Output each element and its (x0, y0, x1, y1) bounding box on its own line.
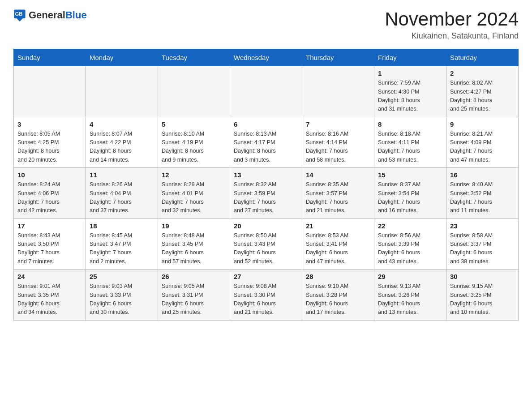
day-info: Sunrise: 8:24 AMSunset: 4:06 PMDaylight:… (17, 180, 82, 215)
svg-text:GB: GB (15, 11, 23, 17)
calendar-cell: 14Sunrise: 8:35 AMSunset: 3:57 PMDayligh… (302, 168, 374, 219)
day-info: Sunrise: 7:59 AMSunset: 4:30 PMDaylight:… (378, 79, 442, 114)
calendar-table: SundayMondayTuesdayWednesdayThursdayFrid… (13, 49, 519, 321)
calendar-cell: 27Sunrise: 9:08 AMSunset: 3:30 PMDayligh… (230, 270, 302, 321)
day-info: Sunrise: 9:05 AMSunset: 3:31 PMDaylight:… (162, 282, 226, 317)
day-info: Sunrise: 9:03 AMSunset: 3:33 PMDaylight:… (90, 282, 154, 317)
calendar-cell: 15Sunrise: 8:37 AMSunset: 3:54 PMDayligh… (374, 168, 446, 219)
day-info: Sunrise: 8:05 AMSunset: 4:25 PMDaylight:… (17, 130, 82, 165)
day-number: 6 (234, 120, 298, 128)
day-number: 29 (378, 273, 442, 280)
calendar-cell: 30Sunrise: 9:15 AMSunset: 3:25 PMDayligh… (446, 270, 519, 321)
calendar-cell (86, 66, 158, 117)
day-number: 18 (90, 222, 154, 230)
month-title: November 2024 (385, 9, 519, 30)
calendar-cell: 17Sunrise: 8:43 AMSunset: 3:50 PMDayligh… (14, 218, 86, 270)
logo-icon: GB (13, 9, 26, 21)
day-number: 21 (306, 222, 370, 230)
day-number: 1 (378, 69, 442, 77)
day-number: 30 (450, 273, 515, 280)
day-number: 20 (234, 222, 298, 230)
day-number: 2 (450, 69, 515, 77)
day-number: 10 (17, 171, 82, 179)
calendar-cell: 18Sunrise: 8:45 AMSunset: 3:47 PMDayligh… (86, 218, 158, 270)
day-info: Sunrise: 8:21 AMSunset: 4:09 PMDaylight:… (450, 130, 515, 165)
day-info: Sunrise: 8:10 AMSunset: 4:19 PMDaylight:… (162, 130, 226, 165)
page-header: GB GeneralBlue November 2024 Kiukainen, … (13, 9, 519, 41)
calendar-cell: 6Sunrise: 8:13 AMSunset: 4:17 PMDaylight… (230, 117, 302, 168)
calendar-cell: 11Sunrise: 8:26 AMSunset: 4:04 PMDayligh… (86, 168, 158, 219)
week-row-1: 1Sunrise: 7:59 AMSunset: 4:30 PMDaylight… (14, 66, 519, 117)
calendar-cell: 4Sunrise: 8:07 AMSunset: 4:22 PMDaylight… (86, 117, 158, 168)
day-number: 22 (378, 222, 442, 230)
day-number: 26 (162, 273, 226, 280)
day-info: Sunrise: 8:40 AMSunset: 3:52 PMDaylight:… (450, 180, 515, 215)
day-info: Sunrise: 8:58 AMSunset: 3:37 PMDaylight:… (450, 231, 515, 266)
calendar-cell: 29Sunrise: 9:13 AMSunset: 3:26 PMDayligh… (374, 270, 446, 321)
location-subtitle: Kiukainen, Satakunta, Finland (385, 31, 519, 41)
calendar-cell: 3Sunrise: 8:05 AMSunset: 4:25 PMDaylight… (14, 117, 86, 168)
calendar-cell (158, 66, 230, 117)
weekday-wednesday: Wednesday (230, 49, 302, 66)
day-number: 24 (17, 273, 82, 280)
calendar-cell: 13Sunrise: 8:32 AMSunset: 3:59 PMDayligh… (230, 168, 302, 219)
day-info: Sunrise: 8:18 AMSunset: 4:11 PMDaylight:… (378, 130, 442, 165)
calendar-cell: 24Sunrise: 9:01 AMSunset: 3:35 PMDayligh… (14, 270, 86, 321)
day-info: Sunrise: 9:13 AMSunset: 3:26 PMDaylight:… (378, 282, 442, 317)
day-info: Sunrise: 8:26 AMSunset: 4:04 PMDaylight:… (90, 180, 154, 215)
title-block: November 2024 Kiukainen, Satakunta, Finl… (385, 9, 519, 41)
weekday-header-row: SundayMondayTuesdayWednesdayThursdayFrid… (14, 49, 519, 66)
logo-text-block: GeneralBlue (29, 9, 87, 21)
calendar-cell: 12Sunrise: 8:29 AMSunset: 4:01 PMDayligh… (158, 168, 230, 219)
day-number: 25 (90, 273, 154, 280)
day-info: Sunrise: 8:56 AMSunset: 3:39 PMDaylight:… (378, 231, 442, 266)
week-row-5: 24Sunrise: 9:01 AMSunset: 3:35 PMDayligh… (14, 270, 519, 321)
week-row-3: 10Sunrise: 8:24 AMSunset: 4:06 PMDayligh… (14, 168, 519, 219)
day-number: 12 (162, 171, 226, 179)
day-number: 8 (378, 120, 442, 128)
weekday-tuesday: Tuesday (158, 49, 230, 66)
calendar-cell: 28Sunrise: 9:10 AMSunset: 3:28 PMDayligh… (302, 270, 374, 321)
calendar-cell: 8Sunrise: 8:18 AMSunset: 4:11 PMDaylight… (374, 117, 446, 168)
day-number: 9 (450, 120, 515, 128)
weekday-monday: Monday (86, 49, 158, 66)
calendar-cell: 26Sunrise: 9:05 AMSunset: 3:31 PMDayligh… (158, 270, 230, 321)
week-row-4: 17Sunrise: 8:43 AMSunset: 3:50 PMDayligh… (14, 218, 519, 270)
calendar-cell: 2Sunrise: 8:02 AMSunset: 4:27 PMDaylight… (446, 66, 519, 117)
day-info: Sunrise: 8:48 AMSunset: 3:45 PMDaylight:… (162, 231, 226, 266)
day-info: Sunrise: 9:08 AMSunset: 3:30 PMDaylight:… (234, 282, 298, 317)
calendar-cell: 10Sunrise: 8:24 AMSunset: 4:06 PMDayligh… (14, 168, 86, 219)
weekday-sunday: Sunday (14, 49, 86, 66)
day-number: 13 (234, 171, 298, 179)
logo-blue: Blue (65, 9, 87, 21)
calendar-cell: 23Sunrise: 8:58 AMSunset: 3:37 PMDayligh… (446, 218, 519, 270)
day-info: Sunrise: 8:02 AMSunset: 4:27 PMDaylight:… (450, 79, 515, 114)
day-number: 14 (306, 171, 370, 179)
day-number: 17 (17, 222, 82, 230)
day-info: Sunrise: 8:07 AMSunset: 4:22 PMDaylight:… (90, 130, 154, 165)
day-number: 16 (450, 171, 515, 179)
day-number: 27 (234, 273, 298, 280)
day-info: Sunrise: 8:45 AMSunset: 3:47 PMDaylight:… (90, 231, 154, 266)
weekday-saturday: Saturday (446, 49, 519, 66)
day-info: Sunrise: 8:50 AMSunset: 3:43 PMDaylight:… (234, 231, 298, 266)
day-number: 23 (450, 222, 515, 230)
day-info: Sunrise: 8:32 AMSunset: 3:59 PMDaylight:… (234, 180, 298, 215)
calendar-cell (302, 66, 374, 117)
day-info: Sunrise: 8:53 AMSunset: 3:41 PMDaylight:… (306, 231, 370, 266)
day-info: Sunrise: 9:15 AMSunset: 3:25 PMDaylight:… (450, 282, 515, 317)
day-number: 11 (90, 171, 154, 179)
logo: GB GeneralBlue (13, 9, 87, 21)
day-number: 5 (162, 120, 226, 128)
day-number: 7 (306, 120, 370, 128)
day-info: Sunrise: 9:01 AMSunset: 3:35 PMDaylight:… (17, 282, 82, 317)
calendar-cell (14, 66, 86, 117)
calendar-cell (230, 66, 302, 117)
day-number: 3 (17, 120, 82, 128)
day-info: Sunrise: 8:13 AMSunset: 4:17 PMDaylight:… (234, 130, 298, 165)
calendar-cell: 22Sunrise: 8:56 AMSunset: 3:39 PMDayligh… (374, 218, 446, 270)
day-info: Sunrise: 8:37 AMSunset: 3:54 PMDaylight:… (378, 180, 442, 215)
calendar-cell: 19Sunrise: 8:48 AMSunset: 3:45 PMDayligh… (158, 218, 230, 270)
calendar-cell: 25Sunrise: 9:03 AMSunset: 3:33 PMDayligh… (86, 270, 158, 321)
calendar-cell: 1Sunrise: 7:59 AMSunset: 4:30 PMDaylight… (374, 66, 446, 117)
